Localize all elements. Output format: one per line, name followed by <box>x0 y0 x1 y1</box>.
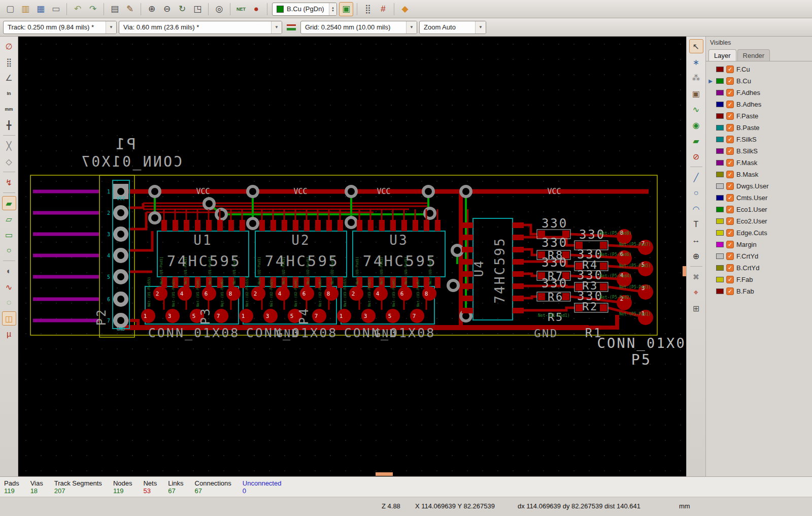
local-ratsnest-tool[interactable]: ⁂ <box>689 71 703 85</box>
layer-row-b-adhes[interactable]: ✓B.Adhes <box>706 99 812 110</box>
layer-visibility-checkbox[interactable]: ✓ <box>726 287 734 295</box>
layer-row-f-crtyd[interactable]: ✓F.CrtYd <box>706 250 812 262</box>
polar-coords-icon[interactable]: ∠ <box>2 71 16 85</box>
layer-visibility-checkbox[interactable]: ✓ <box>726 252 734 260</box>
via[interactable] <box>346 186 356 197</box>
pcb-canvas[interactable]: 1234567VCCGND1Net-(U1-Pad15)2Net-(U1-Pad… <box>18 37 686 476</box>
zone-outline-icon[interactable]: ▱ <box>2 212 16 226</box>
layer-color-swatch[interactable] <box>716 265 724 271</box>
ic-pad[interactable] <box>337 277 343 288</box>
layer-color-swatch[interactable] <box>716 148 724 154</box>
grid-axes-icon[interactable]: # <box>376 2 390 16</box>
netlist-icon[interactable]: NET <box>234 2 248 16</box>
layer-row-b-crtyd[interactable]: ✓B.CrtYd <box>706 262 812 274</box>
layer-row-b-paste[interactable]: ✓B.Paste <box>706 122 812 134</box>
layer-visibility-checkbox[interactable]: ✓ <box>726 159 734 167</box>
via[interactable] <box>461 186 471 197</box>
ic-pad[interactable] <box>462 283 473 289</box>
grid-visibility-icon[interactable]: ⣿ <box>2 55 16 69</box>
drc-icon[interactable]: ● <box>249 2 263 16</box>
ic-pad[interactable] <box>173 220 178 231</box>
module-ratsnest-icon[interactable]: ◇ <box>2 154 16 169</box>
highlight-net-tool[interactable]: ∗ <box>689 55 703 69</box>
ic-pad[interactable] <box>513 271 524 277</box>
layer-selector-spinner[interactable]: ▲▼ <box>329 3 336 15</box>
layer-color-swatch[interactable] <box>716 78 724 84</box>
place-offset-tool[interactable]: ⌖ <box>689 285 703 300</box>
ic-pad[interactable] <box>462 247 473 252</box>
ic-pad[interactable] <box>293 220 298 231</box>
layer-row-dwgs-user[interactable]: ✓Dwgs.User <box>706 180 812 192</box>
plot-icon[interactable]: ✎ <box>123 2 137 16</box>
microwave-tools-icon[interactable]: µ <box>2 327 16 341</box>
print-icon[interactable]: ▤ <box>108 2 122 16</box>
layer-row-eco2-user[interactable]: ✓Eco2.User <box>706 215 812 227</box>
cursor-shape-icon[interactable]: ╋ <box>2 118 16 132</box>
layer-color-swatch[interactable] <box>716 242 724 247</box>
layer-visibility-checkbox[interactable]: ✓ <box>726 194 734 202</box>
undo-icon[interactable]: ↶ <box>71 2 85 16</box>
via[interactable] <box>448 280 458 291</box>
layer-color-swatch[interactable] <box>716 90 724 95</box>
auto-track-width-icon[interactable]: ▣ <box>339 2 353 16</box>
find-icon[interactable]: ◎ <box>212 2 226 16</box>
layer-visibility-checkbox[interactable]: ✓ <box>726 264 734 272</box>
layer-row-f-cu[interactable]: ✓F.Cu <box>706 63 812 75</box>
delete-tool[interactable]: ✖ <box>689 270 703 284</box>
auto-delete-track-icon[interactable]: ↯ <box>2 175 16 189</box>
ic-pad[interactable] <box>413 220 418 231</box>
add-target-tool[interactable]: ⊕ <box>689 249 703 263</box>
zone-fill-icon[interactable]: ▰ <box>2 196 16 210</box>
chevron-down-icon[interactable]: ▼ <box>406 21 417 34</box>
exchange-footprints-icon[interactable]: ◆ <box>398 2 412 16</box>
select-tool[interactable]: ↖ <box>689 39 703 53</box>
ic-pad[interactable] <box>206 220 212 231</box>
open-board-icon[interactable]: ▥ <box>18 2 32 16</box>
layer-visibility-checkbox[interactable]: ✓ <box>726 217 734 225</box>
drc-off-icon[interactable]: ∅ <box>2 39 16 53</box>
layer-row-f-silks[interactable]: ✓F.SilkS <box>706 134 812 145</box>
layer-color-swatch[interactable] <box>716 277 724 282</box>
high-contrast-icon[interactable]: ◐ <box>2 264 16 278</box>
chevron-down-icon[interactable]: ▼ <box>475 21 486 34</box>
ic-pad[interactable] <box>513 259 524 265</box>
layer-row-f-paste[interactable]: ✓F.Paste <box>706 110 812 122</box>
layer-row-f-mask[interactable]: ✓F.Mask <box>706 157 812 169</box>
layer-row-b-cu[interactable]: ▶✓B.Cu <box>706 75 812 87</box>
add-text-tool[interactable]: T <box>689 217 703 232</box>
pads-sketch-icon[interactable]: ○ <box>2 243 16 257</box>
layer-visibility-checkbox[interactable]: ✓ <box>726 276 734 283</box>
ic-pad[interactable] <box>368 220 374 231</box>
layer-selector[interactable]: B.Cu (PgDn) ▲▼ <box>272 3 337 16</box>
ratsnest-visibility-icon[interactable]: ╳ <box>2 139 16 153</box>
ic-pad[interactable] <box>401 220 407 231</box>
ic-pad[interactable] <box>195 220 200 231</box>
ic-pad[interactable] <box>513 308 524 313</box>
ic-pad[interactable] <box>462 259 473 265</box>
layer-color-swatch[interactable] <box>716 172 724 177</box>
ic-pad[interactable] <box>462 271 473 277</box>
auto-track-width-toggle-icon[interactable] <box>284 20 298 35</box>
layer-row-edge-cuts[interactable]: ✓Edge.Cuts <box>706 227 812 239</box>
zoom-select[interactable]: Zoom Auto ▼ <box>419 21 486 34</box>
layer-visibility-checkbox[interactable]: ✓ <box>726 229 734 237</box>
new-board-icon[interactable]: ▢ <box>3 2 17 16</box>
via[interactable] <box>204 199 214 209</box>
chevron-down-icon[interactable]: ▼ <box>271 21 282 34</box>
layer-color-swatch[interactable] <box>716 288 724 294</box>
layer-visibility-checkbox[interactable]: ✓ <box>726 241 734 248</box>
ic-pad[interactable] <box>240 277 245 288</box>
ic-pad[interactable] <box>228 220 234 231</box>
ic-pad[interactable] <box>282 220 287 231</box>
ic-pad[interactable] <box>513 222 524 228</box>
units-inch-icon[interactable]: In <box>2 86 16 101</box>
add-zone-tool[interactable]: ▰ <box>689 134 703 148</box>
route-track-tool[interactable]: ∿ <box>689 102 703 116</box>
ic-pad[interactable] <box>184 220 189 231</box>
layer-row-b-mask[interactable]: ✓B.Mask <box>706 169 812 180</box>
via[interactable] <box>346 217 356 228</box>
layer-visibility-checkbox[interactable]: ✓ <box>726 182 734 190</box>
tracks-sketch-icon[interactable]: ∿ <box>2 280 16 294</box>
layer-color-swatch[interactable] <box>716 207 724 212</box>
layer-visibility-checkbox[interactable]: ✓ <box>726 101 734 108</box>
